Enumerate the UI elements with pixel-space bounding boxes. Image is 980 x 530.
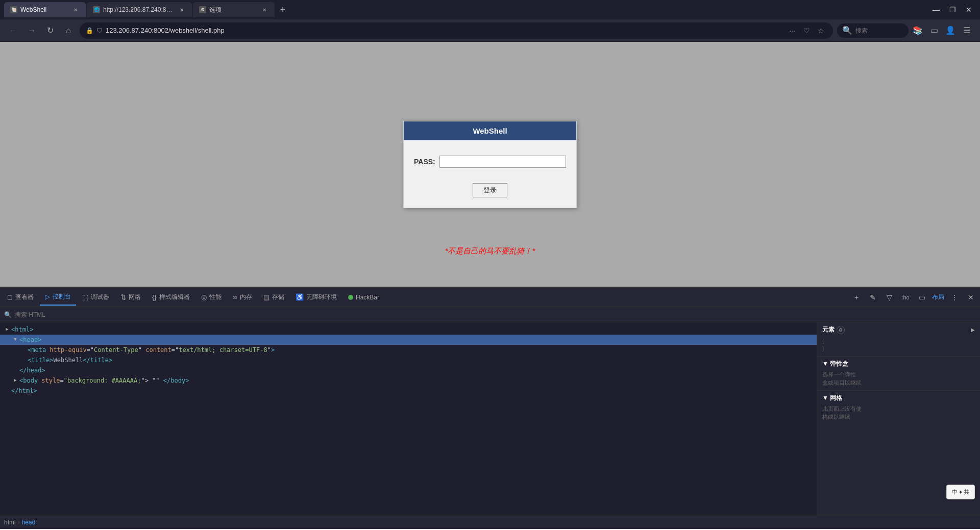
tab-webshell[interactable]: 🐚 WebShell ✕ — [4, 2, 86, 17]
tab-options[interactable]: ⚙ 选项 ✕ — [193, 2, 275, 17]
account-icon[interactable]: 👤 — [943, 23, 958, 38]
browser-chrome: 🐚 WebShell ✕ 🌐 http://123.206.87.240:800… — [0, 0, 980, 42]
html-line-html[interactable]: ▶ <html> — [0, 324, 817, 335]
inspector-icon: ◻ — [7, 293, 13, 301]
webshell-panel: WebShell PASS: 登录 — [403, 121, 577, 208]
hackbar-dot-icon — [348, 295, 353, 300]
forward-button[interactable]: → — [24, 23, 39, 38]
devtools-perf-btn[interactable]: ◎ 性能 — [196, 289, 227, 306]
translate-popup[interactable]: 中 ♦ 共 — [946, 485, 975, 499]
devtools-debugger-btn[interactable]: ⬚ 调试器 — [77, 289, 114, 306]
expand-head-icon[interactable]: ▼ — [12, 337, 18, 343]
devtools-layout-view-btn[interactable]: ▭ — [915, 290, 929, 305]
devtools-layout-label: 布局 — [931, 290, 945, 305]
login-btn-row: 登录 — [414, 183, 566, 197]
url-bar[interactable]: 🔒 🛡 123.206.87.240:8002/webshell/shell.p… — [80, 22, 833, 39]
tab-close-3[interactable]: ✕ — [260, 6, 268, 14]
devtools-add-btn[interactable]: + — [849, 290, 864, 305]
storage-icon: ▤ — [263, 293, 270, 301]
menu-button[interactable]: ☰ — [960, 23, 974, 38]
tab-bar: 🐚 WebShell ✕ 🌐 http://123.206.87.240:800… — [0, 0, 980, 19]
devtools-more-btn[interactable]: ⋮ — [947, 290, 962, 305]
devtools-main: ▶ <html> ▼ <head> ▶ <meta http-equiv="Co… — [0, 322, 980, 515]
devtools-a11y-btn[interactable]: ♿ 无障碍环境 — [290, 289, 342, 306]
minimize-button[interactable]: — — [929, 3, 943, 17]
grid-section: ▼ 网格 此页面上没有使格或以继续 — [817, 391, 980, 424]
tab-close-1[interactable]: ✕ — [71, 6, 80, 14]
devtools-filter-btn[interactable]: ▽ — [882, 290, 896, 305]
devtools-network-btn[interactable]: ⇅ 网络 — [115, 289, 146, 306]
refresh-button[interactable]: ↻ — [43, 23, 57, 38]
html-search-input[interactable] — [15, 311, 976, 318]
html-line-meta[interactable]: ▶ <meta http-equiv="Content-Type" conten… — [0, 345, 817, 355]
webshell-title: WebShell — [473, 127, 507, 135]
pocket-icon[interactable]: ♡ — [800, 24, 813, 37]
tab-url[interactable]: 🌐 http://123.206.87.240:8002/web... ✕ — [87, 2, 192, 17]
devtools-tabs: ◻ 查看器 ▷ 控制台 ⬚ 调试器 ⇅ 网络 {} 样式编辑器 ◎ 性能 ∞ 内… — [0, 288, 980, 307]
element-toggle[interactable]: ▶ — [971, 327, 975, 333]
back-button[interactable]: ← — [6, 23, 20, 38]
devtools-hackbar-btn[interactable]: HackBar — [343, 289, 384, 306]
devtools-close-btn[interactable]: ✕ — [964, 290, 978, 305]
pass-row: PASS: — [414, 156, 566, 168]
pass-label: PASS: — [414, 158, 435, 166]
element-desc: { — [822, 337, 975, 345]
restore-button[interactable]: ❐ — [945, 3, 960, 17]
new-tab-button[interactable]: + — [276, 3, 290, 17]
window-controls: — ❐ ✕ — [929, 3, 976, 17]
search-bar[interactable]: 🔍 — [837, 23, 909, 38]
element-section: 元素 ⚙ ▶ { } — [817, 322, 980, 357]
memory-icon: ∞ — [233, 293, 237, 301]
devtools-memory-btn[interactable]: ∞ 内存 — [228, 289, 257, 306]
style-label: 样式编辑器 — [159, 293, 190, 301]
expand-html-icon[interactable]: ▶ — [4, 326, 10, 333]
search-input[interactable] — [855, 27, 896, 34]
info-icon: 🛡 — [96, 27, 103, 34]
devtools-style-btn[interactable]: {} 样式编辑器 — [147, 289, 195, 306]
html-line-body[interactable]: ▶ <body style="background: #AAAAAA;"> ""… — [0, 375, 817, 386]
properties-title: ▼ 弹性盒 — [822, 360, 848, 368]
grid-title: ▼ 网格 — [822, 394, 842, 402]
tab-label-2: http://123.206.87.240:8002/web... — [103, 6, 175, 13]
element-title: 元素 — [822, 325, 835, 334]
debugger-icon: ⬚ — [82, 293, 88, 301]
devtools-storage-btn[interactable]: ▤ 存储 — [258, 289, 289, 306]
html-line-head-close[interactable]: ▶ </head> — [0, 365, 817, 375]
home-button[interactable]: ⌂ — [61, 23, 76, 38]
devtools-layout-filter[interactable]: :ho — [898, 290, 913, 305]
storage-label: 存储 — [272, 293, 284, 301]
breadcrumb-head[interactable]: head — [22, 519, 36, 526]
close-button[interactable]: ✕ — [962, 3, 976, 17]
devtools-console-btn[interactable]: ▷ 控制台 — [40, 289, 76, 306]
devtools-inspector-btn[interactable]: ◻ 查看器 — [2, 289, 39, 306]
tab-label-1: WebShell — [20, 6, 46, 13]
right-panel: 元素 ⚙ ▶ { } ▼ 弹性盒 选择一个弹性盒或项目以继续 ▼ 网格 — [817, 322, 980, 515]
html-line-html-close[interactable]: ▶ </html> — [0, 386, 817, 396]
more-url-actions[interactable]: ··· — [786, 24, 798, 37]
element-desc2: } — [822, 345, 975, 352]
devtools-breadcrumb: html › head — [0, 515, 980, 529]
perf-icon: ◎ — [201, 293, 207, 301]
memory-label: 内存 — [240, 293, 252, 301]
console-label: 控制台 — [53, 292, 71, 301]
network-label: 网络 — [129, 293, 141, 301]
properties-section: ▼ 弹性盒 选择一个弹性盒或项目以继续 — [817, 357, 980, 391]
pass-input[interactable] — [439, 156, 566, 168]
html-line-head[interactable]: ▼ <head> — [0, 335, 817, 345]
bookmark-icon[interactable]: ☆ — [815, 24, 827, 37]
devtools-search-bar: 🔍 — [0, 307, 980, 322]
synced-tabs-icon[interactable]: ▭ — [927, 23, 941, 38]
bookmarks-library-icon[interactable]: 📚 — [911, 23, 925, 38]
grid-desc: 此页面上没有使格或以继续 — [822, 405, 975, 421]
html-line-title[interactable]: ▶ <title> WebShell </title> — [0, 355, 817, 365]
breadcrumb-html[interactable]: html — [4, 519, 16, 526]
login-button[interactable]: 登录 — [473, 183, 507, 197]
devtools-pick-btn[interactable]: ✎ — [866, 290, 880, 305]
expand-body-icon[interactable]: ▶ — [12, 377, 18, 384]
webshell-title-bar: WebShell — [404, 121, 576, 140]
tab-label-3: 选项 — [209, 6, 222, 14]
tab-close-2[interactable]: ✕ — [178, 6, 186, 14]
warning-text: *不是自己的马不要乱骑！* — [445, 246, 535, 256]
tab-favicon-1: 🐚 — [10, 6, 17, 13]
element-options-btn[interactable]: ⚙ — [837, 326, 845, 334]
